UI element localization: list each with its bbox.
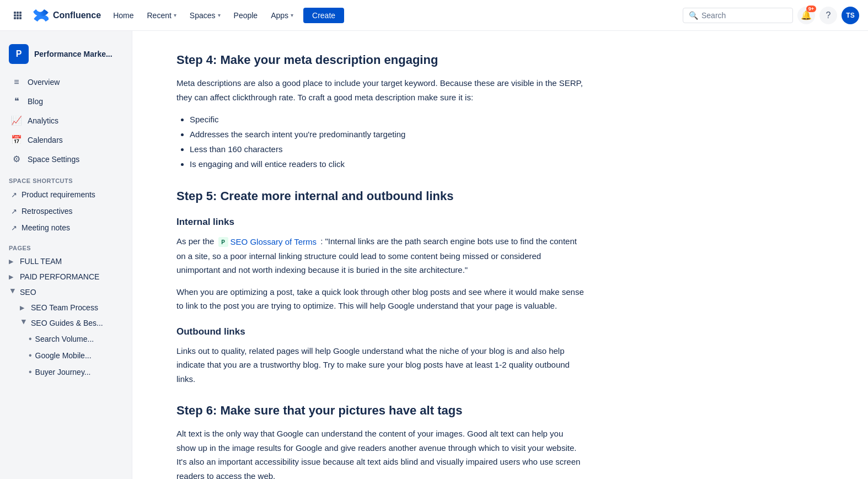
sidebar-item-calendars[interactable]: 📅 Calendars [2, 130, 130, 149]
bullet-icon: • [29, 367, 32, 377]
main-content: Step 4: Make your meta description engag… [132, 31, 629, 479]
search-icon: 🔍 [689, 11, 698, 20]
sidebar: P Performance Marke... ≡ Overview ❝ Blog… [0, 31, 132, 479]
home-link[interactable]: Home [108, 8, 139, 23]
internal-links-pre: As per the [176, 236, 214, 246]
step4-heading: Step 4: Make your meta description engag… [176, 53, 585, 67]
sidebar-item-label: Overview [28, 78, 60, 87]
settings-icon: ⚙ [11, 154, 22, 164]
sidebar-item-space-settings[interactable]: ⚙ Space Settings [2, 149, 130, 169]
app-layout: P Performance Marke... ≡ Overview ❝ Blog… [0, 31, 868, 479]
grid-icon[interactable] [9, 7, 26, 24]
calendars-icon: 📅 [11, 134, 22, 145]
svg-rect-4 [17, 14, 19, 17]
list-item: Addresses the search intent you're predo… [190, 127, 585, 142]
svg-rect-5 [19, 14, 22, 17]
search-input[interactable]: Search [701, 11, 726, 20]
step6-para: Alt text is the only way that Google can… [176, 427, 585, 479]
notifications-badge: 9+ [806, 6, 816, 12]
tree-item-search-volume[interactable]: • Search Volume... [0, 331, 132, 347]
list-item: Less than 160 characters [190, 142, 585, 157]
external-link-icon: ↗ [11, 191, 17, 199]
tree-collapse-arrow: ▶ [9, 273, 17, 281]
spaces-dropdown-arrow: ▾ [218, 12, 221, 18]
internal-links-heading: Internal links [176, 217, 585, 228]
top-navigation: Confluence Home Recent ▾ Spaces ▾ People… [0, 0, 868, 31]
tree-item-google-mobile[interactable]: • Google Mobile... [0, 347, 132, 364]
svg-rect-6 [14, 17, 16, 19]
svg-rect-8 [19, 17, 22, 19]
bullet-icon: • [29, 351, 32, 360]
avatar[interactable]: TS [842, 7, 859, 24]
svg-rect-7 [17, 17, 19, 19]
svg-rect-1 [17, 12, 19, 14]
overview-icon: ≡ [11, 77, 22, 87]
step5-heading: Step 5: Create more internal and outboun… [176, 189, 585, 203]
seo-glossary-link[interactable]: SEO Glossary of Terms [231, 235, 317, 249]
apps-dropdown-arrow: ▾ [291, 12, 293, 18]
sidebar-item-analytics[interactable]: 📈 Analytics [2, 111, 130, 130]
sidebar-item-overview[interactable]: ≡ Overview [2, 73, 130, 92]
shortcuts-section-label: SPACE SHORTCUTS [0, 169, 132, 186]
tree-collapse-arrow: ▶ [9, 258, 17, 265]
notifications-button[interactable]: 🔔 9+ [797, 7, 815, 24]
blog-icon: ❝ [11, 96, 22, 106]
outbound-links-para: Links out to quality, related pages will… [176, 344, 585, 386]
tree-item-buyer-journey[interactable]: • Buyer Journey... [0, 364, 132, 380]
search-box[interactable]: 🔍 Search [683, 8, 793, 23]
sidebar-item-label: Analytics [28, 116, 58, 125]
tree-item-seo-team-process[interactable]: ▶ SEO Team Process [0, 300, 132, 315]
bullet-icon: • [29, 334, 32, 344]
recent-dropdown-arrow: ▾ [174, 12, 176, 18]
shortcut-meeting-notes[interactable]: ↗ Meeting notes [2, 219, 130, 236]
spaces-link[interactable]: Spaces ▾ [184, 8, 226, 23]
tree-collapse-arrow: ▶ [20, 319, 28, 327]
shortcut-product-requirements[interactable]: ↗ Product requirements [2, 186, 130, 203]
external-link-icon: ↗ [11, 224, 17, 232]
sidebar-item-label: Space Settings [28, 155, 79, 164]
help-button[interactable]: ? [819, 7, 837, 24]
list-item: Is engaging and will entice readers to c… [190, 157, 585, 171]
people-link[interactable]: People [228, 8, 264, 23]
apps-link[interactable]: Apps ▾ [265, 8, 299, 23]
svg-rect-3 [14, 14, 16, 17]
confluence-logo[interactable]: Confluence [33, 8, 101, 23]
sidebar-item-blog[interactable]: ❝ Blog [2, 92, 130, 111]
logo-text: Confluence [53, 10, 101, 20]
step4-bullet-list: Specific Addresses the search intent you… [190, 112, 585, 171]
list-item: Specific [190, 112, 585, 127]
space-icon: P [9, 44, 29, 64]
external-link-icon: ↗ [11, 207, 17, 216]
page-icon: P [218, 237, 228, 247]
tree-item-full-team[interactable]: ▶ FULL TEAM [0, 254, 132, 269]
topnav-right: 🔍 Search 🔔 9+ ? TS [683, 7, 859, 24]
svg-rect-2 [19, 12, 22, 14]
tree-item-seo-guides[interactable]: ▶ SEO Guides & Bes... [0, 315, 132, 331]
pages-section-label: PAGES [0, 236, 132, 254]
step6-heading: Step 6: Make sure that your pictures hav… [176, 403, 585, 418]
tree-collapse-arrow: ▶ [20, 304, 28, 311]
tree-collapse-arrow: ▶ [9, 288, 17, 296]
sidebar-header: P Performance Marke... [0, 40, 132, 73]
outbound-links-heading: Outbound links [176, 326, 585, 337]
sidebar-item-label: Blog [28, 97, 43, 106]
analytics-icon: 📈 [11, 115, 22, 126]
tree-item-paid-performance[interactable]: ▶ PAID PERFORMANCE [0, 269, 132, 284]
internal-links-para: As per the PSEO Glossary of Terms : "Int… [176, 234, 585, 277]
shortcut-retrospectives[interactable]: ↗ Retrospectives [2, 203, 130, 219]
recent-link[interactable]: Recent ▾ [141, 8, 181, 23]
tree-item-seo[interactable]: ▶ SEO [0, 284, 132, 300]
step4-intro: Meta descriptions are also a good place … [176, 76, 585, 104]
svg-rect-0 [14, 12, 16, 14]
internal-links-para2: When you are optimizing a post, take a q… [176, 285, 585, 313]
space-name: Performance Marke... [34, 49, 112, 59]
create-button[interactable]: Create [303, 8, 344, 23]
sidebar-item-label: Calendars [28, 136, 63, 144]
